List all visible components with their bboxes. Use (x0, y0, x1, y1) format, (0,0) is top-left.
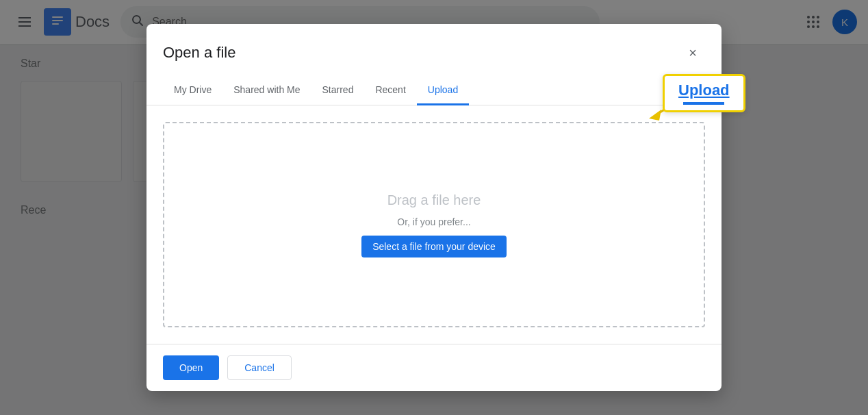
drag-text: Drag a file here (387, 192, 481, 208)
upload-drop-zone[interactable]: Drag a file here Or, if you prefer... Se… (163, 122, 705, 327)
modal-title: Open a file (163, 44, 235, 62)
open-button[interactable]: Open (163, 355, 219, 380)
modal-tabs: My Drive Shared with Me Starred Recent U… (146, 76, 722, 105)
modal-body: Drag a file here Or, if you prefer... Se… (146, 105, 722, 344)
tab-my-drive[interactable]: My Drive (163, 76, 222, 105)
cancel-button[interactable]: Cancel (227, 355, 292, 380)
select-file-button[interactable]: Select a file from your device (361, 236, 507, 257)
tab-shared-with-me[interactable]: Shared with Me (222, 76, 311, 105)
or-text: Or, if you prefer... (397, 216, 470, 227)
modal-close-button[interactable]: × (680, 40, 705, 65)
tab-upload[interactable]: Upload (417, 76, 469, 105)
tab-recent[interactable]: Recent (364, 76, 416, 105)
modal-header: Open a file × (146, 24, 722, 65)
open-file-modal: Open a file × My Drive Shared with Me St… (146, 24, 722, 391)
modal-footer: Open Cancel (146, 344, 722, 391)
modal-overlay: Open a file × My Drive Shared with Me St… (0, 0, 868, 415)
tab-starred[interactable]: Starred (311, 76, 365, 105)
